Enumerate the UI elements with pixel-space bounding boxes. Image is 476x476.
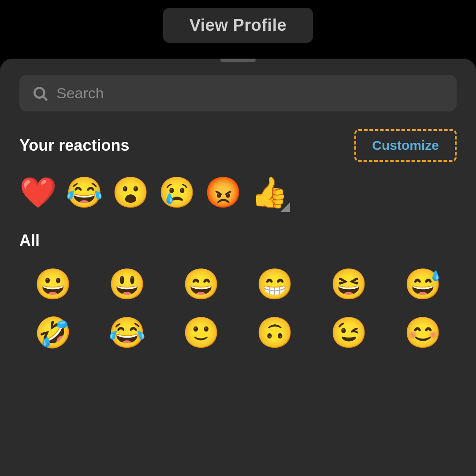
emoji-smiley[interactable]: 😃 — [93, 263, 161, 305]
customize-button[interactable]: Customize — [354, 129, 457, 162]
reaction-laugh[interactable]: 😂 — [66, 175, 103, 210]
emoji-upside-down[interactable]: 🙃 — [241, 312, 309, 354]
emoji-laughing[interactable]: 😆 — [315, 263, 383, 305]
view-profile-button[interactable]: View Profile — [163, 8, 313, 43]
svg-line-1 — [43, 97, 47, 100]
search-bar — [19, 75, 457, 112]
emoji-wink[interactable]: 😉 — [315, 312, 383, 354]
search-svg-icon — [32, 85, 48, 102]
emoji-blush[interactable]: 😊 — [389, 312, 457, 354]
reaction-wow[interactable]: 😮 — [112, 175, 149, 210]
emoji-smile[interactable]: 😄 — [167, 263, 235, 305]
emoji-grinning[interactable]: 😀 — [19, 263, 87, 305]
reaction-angry[interactable]: 😡 — [205, 175, 242, 210]
emoji-grin[interactable]: 😁 — [241, 263, 309, 305]
reactions-row: ❤️ 😂 😮 😢 😡 👍 — [19, 175, 457, 210]
all-section-title: All — [19, 231, 457, 250]
svg-point-0 — [34, 88, 44, 97]
emoji-joy[interactable]: 😂 — [93, 312, 161, 354]
corner-indicator — [280, 202, 290, 212]
emoji-rolling-on-floor[interactable]: 🤣 — [19, 312, 87, 354]
emoji-sweat-smile[interactable]: 😅 — [389, 263, 457, 305]
reaction-heart[interactable]: ❤️ — [19, 175, 57, 210]
reaction-sad[interactable]: 😢 — [158, 175, 196, 210]
top-bar: View Profile — [0, 0, 476, 51]
your-reactions-title: Your reactions — [19, 136, 129, 155]
bottom-sheet: Your reactions Customize ❤️ 😂 😮 😢 😡 👍 Al… — [0, 59, 476, 476]
drag-handle[interactable] — [220, 59, 256, 62]
reaction-thumbsup-wrap: 👍 — [251, 175, 288, 210]
search-icon — [32, 85, 48, 102]
emoji-slightly-smiling[interactable]: 🙂 — [167, 312, 235, 354]
search-input[interactable] — [56, 85, 444, 102]
your-reactions-header: Your reactions Customize — [19, 129, 457, 162]
emoji-grid: 😀 😃 😄 😁 😆 😅 🤣 😂 🙂 🙃 😉 😊 — [19, 263, 457, 354]
